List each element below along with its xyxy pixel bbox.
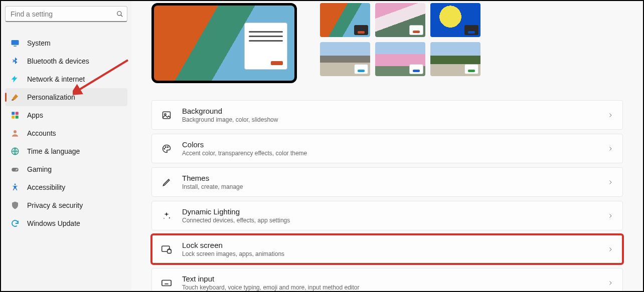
card-subtitle: Lock screen images, apps, animations [182, 250, 597, 257]
sidebar-item-label: Apps [27, 111, 43, 119]
svg-rect-7 [12, 116, 15, 119]
theme-thumb-3[interactable] [320, 42, 370, 76]
svg-rect-11 [12, 168, 19, 172]
chevron-right-icon [607, 280, 613, 286]
card-text: ColorsAccent color, transparency effects… [182, 140, 597, 157]
search-icon [116, 11, 123, 18]
card-colors[interactable]: ColorsAccent color, transparency effects… [151, 134, 623, 163]
sidebar-item-label: Bluetooth & devices [27, 57, 89, 65]
sidebar-item-label: Time & language [27, 147, 80, 155]
sparkle-icon [161, 210, 172, 221]
gamepad-icon [10, 164, 20, 174]
card-title: Colors [182, 140, 597, 149]
sidebar-item-gaming[interactable]: Gaming [5, 160, 127, 178]
sidebar-item-label: Network & internet [27, 75, 85, 83]
wifi-icon [10, 74, 20, 84]
sidebar-item-system[interactable]: System [5, 34, 127, 52]
sidebar-item-label: System [27, 39, 51, 47]
card-title: Lock screen [182, 241, 597, 249]
card-title: Background [182, 107, 597, 115]
sidebar-item-privacy-security[interactable]: Privacy & security [5, 196, 127, 214]
pen-icon [161, 177, 172, 188]
svg-rect-16 [163, 112, 171, 118]
personalization-page: BackgroundBackground image, color, slide… [131, 1, 643, 291]
theme-thumb-5[interactable] [430, 42, 480, 76]
chevron-right-icon [607, 213, 613, 219]
card-text-input[interactable]: Text inputTouch keyboard, voice typing, … [151, 268, 623, 291]
sidebar-item-label: Personalization [27, 93, 75, 101]
svg-point-9 [14, 130, 17, 133]
card-text: ThemesInstall, create, manage [182, 174, 597, 190]
sidebar-item-windows-update[interactable]: Windows Update [5, 214, 127, 232]
card-text: BackgroundBackground image, color, slide… [182, 107, 597, 123]
bluetooth-icon [10, 56, 20, 66]
card-subtitle: Install, create, manage [182, 183, 597, 190]
svg-point-19 [166, 146, 167, 147]
card-lock-screen[interactable]: Lock screenLock screen images, apps, ani… [151, 234, 623, 264]
person-icon [10, 128, 20, 138]
chevron-right-icon [607, 112, 613, 118]
card-subtitle: Touch keyboard, voice typing, emoji and … [182, 284, 597, 291]
theme-thumb-4[interactable] [375, 42, 425, 76]
svg-point-14 [15, 184, 16, 185]
theme-preview-row [151, 3, 623, 83]
chevron-right-icon [607, 246, 613, 252]
card-title: Text input [182, 274, 597, 283]
svg-line-1 [121, 15, 123, 17]
svg-rect-25 [162, 280, 171, 285]
update-icon [10, 218, 20, 228]
card-background[interactable]: BackgroundBackground image, color, slide… [151, 100, 623, 130]
card-text: Text inputTouch keyboard, voice typing, … [182, 274, 597, 291]
theme-thumb-0[interactable] [320, 3, 370, 37]
globe-icon [10, 146, 20, 156]
sidebar-item-label: Privacy & security [27, 201, 83, 209]
card-text: Lock screenLock screen images, apps, ani… [182, 241, 597, 257]
card-title: Themes [182, 174, 597, 182]
theme-thumb-1[interactable] [375, 3, 425, 37]
svg-point-12 [17, 169, 18, 170]
monitor-icon [10, 38, 20, 48]
svg-point-22 [164, 218, 165, 219]
svg-point-0 [117, 12, 121, 16]
svg-rect-8 [16, 116, 19, 119]
palette-icon [161, 143, 172, 154]
settings-sidebar: SystemBluetooth & devicesNetwork & inter… [1, 1, 131, 291]
svg-point-13 [16, 170, 17, 171]
keyboard-icon [161, 277, 172, 288]
sidebar-item-bluetooth-devices[interactable]: Bluetooth & devices [5, 52, 127, 70]
card-themes[interactable]: ThemesInstall, create, manage [151, 167, 623, 197]
sidebar-item-personalization[interactable]: Personalization [5, 88, 127, 106]
svg-rect-6 [16, 112, 19, 115]
sidebar-item-label: Accessibility [27, 183, 65, 191]
svg-point-20 [168, 146, 169, 147]
sidebar-item-network-internet[interactable]: Network & internet [5, 70, 127, 88]
brush-icon [10, 92, 20, 102]
settings-cards: BackgroundBackground image, color, slide… [151, 100, 623, 291]
search-input[interactable] [5, 6, 127, 22]
sidebar-item-accounts[interactable]: Accounts [5, 124, 127, 142]
card-subtitle: Accent color, transparency effects, colo… [182, 150, 597, 157]
sidebar-item-apps[interactable]: Apps [5, 106, 127, 124]
apps-icon [10, 110, 20, 120]
svg-rect-4 [12, 100, 14, 101]
accessibility-icon [10, 182, 20, 192]
image-icon [161, 110, 172, 121]
svg-point-21 [169, 217, 170, 218]
sidebar-item-label: Windows Update [27, 219, 80, 227]
card-subtitle: Background image, color, slideshow [182, 116, 597, 123]
desktop-preview[interactable] [151, 3, 297, 83]
card-subtitle: Connected devices, effects, app settings [182, 217, 597, 224]
sidebar-item-time-language[interactable]: Time & language [5, 142, 127, 160]
theme-thumb-2[interactable] [430, 3, 480, 37]
sidebar-item-accessibility[interactable]: Accessibility [5, 178, 127, 196]
card-dynamic-lighting[interactable]: Dynamic LightingConnected devices, effec… [151, 201, 623, 230]
chevron-right-icon [607, 179, 613, 185]
lock-screen-icon [161, 244, 172, 255]
sidebar-item-label: Gaming [27, 165, 52, 173]
svg-rect-5 [12, 112, 15, 115]
theme-grid [320, 3, 480, 76]
svg-point-18 [164, 148, 165, 149]
card-title: Dynamic Lighting [182, 207, 597, 216]
svg-rect-2 [12, 40, 19, 45]
search-container [5, 6, 127, 22]
